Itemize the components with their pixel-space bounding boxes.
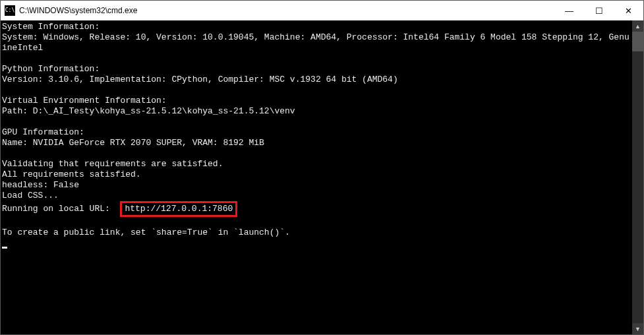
terminal-line: Version: 3.10.6, Implementation: CPython… xyxy=(2,75,632,85)
chevron-up-icon: ▲ xyxy=(635,23,641,30)
window-title: C:\WINDOWS\system32\cmd.exe xyxy=(19,6,137,15)
terminal-line: GPU Information: xyxy=(2,127,632,138)
terminal-line-url: Running on local URL: http://127.0.0.1:7… xyxy=(2,201,632,217)
terminal-line: Python Information: xyxy=(2,64,632,75)
maximize-icon: ☐ xyxy=(595,6,603,16)
maximize-button[interactable]: ☐ xyxy=(584,1,614,20)
cmd-icon: C:\ xyxy=(5,5,15,16)
scrollbar[interactable]: ▲ ▼ xyxy=(632,20,643,334)
terminal-line xyxy=(2,85,632,96)
terminal-line: All requirements satisfied. xyxy=(2,169,632,180)
terminal-line xyxy=(2,148,632,159)
minimize-icon: — xyxy=(565,6,573,16)
terminal-output[interactable]: System Information:System: Windows, Rele… xyxy=(1,20,632,334)
scroll-track[interactable] xyxy=(632,32,643,323)
cmd-window: C:\ C:\WINDOWS\system32\cmd.exe — ☐ ✕ Sy… xyxy=(0,0,644,335)
terminal-line: Validating that requirements are satisfi… xyxy=(2,159,632,169)
terminal-line: System Information: xyxy=(2,22,632,32)
terminal-line: headless: False xyxy=(2,180,632,191)
content-area: System Information:System: Windows, Rele… xyxy=(1,20,643,334)
terminal-line xyxy=(2,217,632,228)
close-button[interactable]: ✕ xyxy=(614,1,643,20)
terminal-line: Virtual Environment Information: xyxy=(2,96,632,106)
terminal-line: Path: D:\_AI_Testy\kohya_ss-21.5.12\kohy… xyxy=(2,106,632,117)
cmd-icon-text: C:\ xyxy=(5,8,15,13)
scroll-up-button[interactable]: ▲ xyxy=(632,20,643,32)
local-url-highlight: http://127.0.0.1:7860 xyxy=(120,201,237,217)
terminal-line: To create a public link, set `share=True… xyxy=(2,228,632,238)
chevron-down-icon: ▼ xyxy=(635,326,641,332)
cursor xyxy=(2,247,7,249)
terminal-line xyxy=(2,53,632,64)
cursor-line xyxy=(2,238,632,249)
minimize-button[interactable]: — xyxy=(554,1,584,20)
scroll-thumb[interactable] xyxy=(632,32,643,51)
terminal-line: System: Windows, Release: 10, Version: 1… xyxy=(2,32,632,53)
titlebar[interactable]: C:\ C:\WINDOWS\system32\cmd.exe — ☐ ✕ xyxy=(1,1,643,20)
terminal-line xyxy=(2,117,632,127)
scroll-down-button[interactable]: ▼ xyxy=(632,323,643,334)
terminal-line: Load CSS... xyxy=(2,191,632,201)
close-icon: ✕ xyxy=(625,6,632,16)
running-prefix: Running on local URL: xyxy=(2,204,120,214)
terminal-line: Name: NVIDIA GeForce RTX 2070 SUPER, VRA… xyxy=(2,138,632,148)
